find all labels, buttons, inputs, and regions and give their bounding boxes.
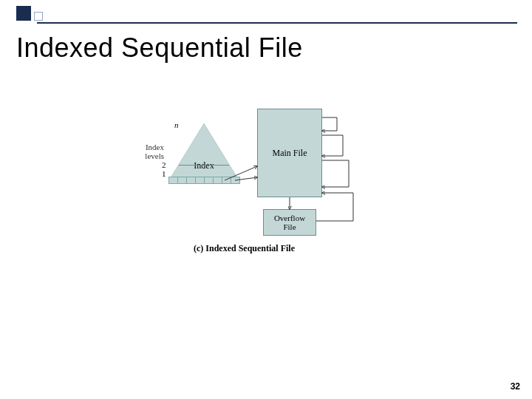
header-rule [37, 22, 517, 24]
figure-caption: (c) Indexed Sequential File [194, 243, 295, 254]
header-bullet-light [34, 12, 43, 21]
diagram-indexed-sequential-file: Indexlevels n 2 1 Index Main File Overfl… [127, 100, 378, 259]
header-bullet-dark [16, 6, 31, 21]
slide-title: Indexed Sequential File [16, 33, 303, 64]
header-bullets [16, 6, 43, 21]
svg-line-1 [235, 177, 257, 180]
connector-arrows [127, 100, 378, 259]
page-number: 32 [511, 381, 520, 392]
